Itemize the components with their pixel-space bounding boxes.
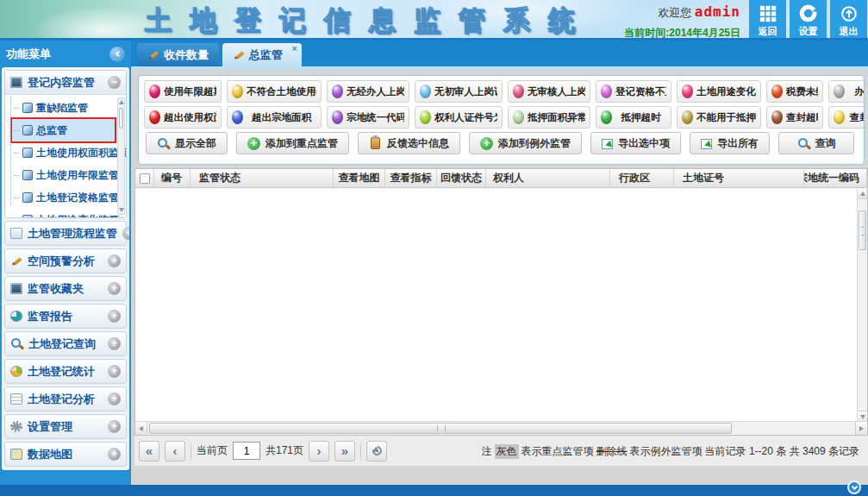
- sub-list-scrollbar[interactable]: [117, 97, 125, 215]
- horizontal-scrollbar[interactable]: [135, 421, 867, 435]
- horizontal-scroll-thumb[interactable]: [149, 423, 732, 434]
- return-button[interactable]: 返回: [749, 0, 786, 38]
- legend-item[interactable]: 无经办人上岗证号: [327, 80, 409, 103]
- exit-button[interactable]: 退出: [830, 0, 867, 38]
- doc-icon: [10, 228, 22, 239]
- expand-group-icon[interactable]: +: [108, 337, 121, 350]
- legend-item[interactable]: 抵押超时: [596, 106, 671, 129]
- legend-label: 无审核人上岗证号: [528, 85, 585, 98]
- welcome-prefix: 欢迎您: [658, 6, 691, 19]
- first-page-button[interactable]: «: [139, 441, 159, 461]
- tab-1[interactable]: 收件数量: [137, 43, 219, 66]
- legend-item[interactable]: 查封超时: [766, 106, 823, 129]
- select-all-column: [135, 169, 154, 187]
- export-selected-button[interactable]: 导出选中项: [590, 132, 681, 154]
- expand-group-icon[interactable]: +: [108, 392, 121, 405]
- settings-button[interactable]: 设置: [790, 0, 827, 38]
- sidebar-group-header[interactable]: 登记内容监管−: [5, 71, 126, 95]
- scroll-up-button[interactable]: [858, 188, 867, 199]
- sidebar-item-4[interactable]: 土地使用年限监管: [12, 164, 115, 186]
- expand-group-icon[interactable]: +: [108, 254, 121, 267]
- legend-item[interactable]: 超出宗地面积: [227, 106, 322, 129]
- legend-item[interactable]: 登记资格不正常: [596, 80, 671, 103]
- sidebar-item-2[interactable]: 总监管: [12, 119, 115, 141]
- sidebar-group-2[interactable]: 空间预警分析+: [4, 248, 127, 273]
- legend-item[interactable]: 查封已过期: [828, 106, 865, 129]
- sidebar-group-8[interactable]: 设置管理+: [4, 414, 127, 439]
- column-header: 回馈状态: [437, 169, 486, 187]
- sidebar-group-label: 数据地图: [28, 447, 72, 462]
- collapse-group-icon[interactable]: −: [108, 76, 121, 89]
- vertical-scroll-thumb[interactable]: [859, 210, 866, 250]
- column-label: 宗地统一编码: [804, 171, 859, 185]
- scroll-right-button[interactable]: [855, 422, 867, 435]
- last-page-button[interactable]: »: [334, 441, 355, 461]
- sidebar-item-label: 土地使用年限监管: [36, 168, 119, 183]
- expand-group-icon[interactable]: +: [108, 448, 121, 461]
- sidebar-group-6[interactable]: 土地登记统计+: [4, 359, 127, 384]
- legend-item[interactable]: 权利人证件号为空: [415, 106, 503, 129]
- exit-icon: [839, 3, 859, 25]
- legend-item[interactable]: 抵押面积异常: [508, 106, 590, 129]
- collapse-sidebar-button[interactable]: [109, 47, 125, 62]
- query-button[interactable]: 查询: [778, 132, 854, 154]
- select-all-checkbox[interactable]: [140, 173, 150, 184]
- sidebar-group-label: 监管收藏夹: [28, 281, 84, 297]
- legend-item[interactable]: 不能用于抵押: [677, 106, 761, 129]
- legend-item[interactable]: 不符合土地使用年限: [227, 80, 322, 103]
- legend-item[interactable]: 无初审人上岗证号: [415, 80, 503, 103]
- column-header: 权利人: [486, 169, 610, 187]
- grid-icon: [758, 3, 778, 25]
- next-page-button[interactable]: ›: [309, 441, 329, 461]
- sidebar-group-4[interactable]: 监管报告+: [4, 304, 127, 329]
- feedback-selected-button[interactable]: 反馈选中信息: [358, 132, 460, 154]
- close-tab-icon[interactable]: ×: [292, 43, 297, 53]
- divider: [190, 443, 191, 459]
- legend-item[interactable]: 宗地统一代码为空: [327, 106, 409, 129]
- status-dot-icon: [149, 110, 160, 124]
- current-page-input[interactable]: [233, 442, 260, 460]
- sidebar-group-9[interactable]: 数据地图+: [4, 442, 127, 467]
- show-all-button[interactable]: 显示全部: [146, 132, 228, 154]
- sidebar-item-6[interactable]: 土地用途变化监管: [12, 209, 115, 217]
- scroll-thumb[interactable]: [119, 108, 123, 129]
- scroll-up-button[interactable]: [118, 98, 124, 106]
- expand-group-icon[interactable]: +: [122, 227, 129, 240]
- export-all-button[interactable]: 导出所有: [690, 132, 770, 154]
- sidebar-group-3[interactable]: 监管收藏夹+: [4, 276, 127, 301]
- status-dot-icon: [332, 110, 343, 124]
- sidebar-item-3[interactable]: 土地使用权面积监管: [12, 141, 115, 164]
- sidebar-group-5[interactable]: 土地登记查询+: [4, 331, 127, 356]
- expand-group-icon[interactable]: +: [108, 282, 121, 295]
- column-label: 编号: [161, 171, 182, 185]
- legend-item[interactable]: 土地用途变化异常: [677, 80, 761, 103]
- data-table: 编号监管状态查看地图查看指标回馈状态权利人行政区土地证号宗地统一编码: [134, 168, 868, 436]
- legend-item[interactable]: 无审核人上岗证号: [508, 80, 590, 103]
- sidebar-group-1[interactable]: 土地管理流程监管+: [4, 221, 127, 246]
- monitor-icon: [10, 283, 22, 294]
- refresh-button[interactable]: [366, 441, 387, 461]
- expand-group-icon[interactable]: +: [108, 365, 121, 378]
- expand-group-icon[interactable]: +: [108, 310, 121, 323]
- sidebar-item-1[interactable]: 重缺陷监管: [12, 97, 115, 119]
- add-to-key-supervision-button[interactable]: 添加到重点监管: [236, 132, 349, 154]
- sidebar-group-7[interactable]: 土地登记分析+: [4, 386, 127, 411]
- button-label: 反馈选中信息: [387, 136, 449, 151]
- tab-2[interactable]: 总监管×: [222, 43, 302, 66]
- clipboard-icon: [371, 137, 380, 149]
- add-to-exception-button[interactable]: 添加到例外监管: [469, 132, 582, 154]
- scroll-left-button[interactable]: [135, 422, 147, 435]
- triangle-right-icon: [859, 426, 864, 431]
- legend-item[interactable]: 办理超时: [828, 80, 865, 103]
- sidebar-item-5[interactable]: 土地登记资格监管: [12, 186, 115, 209]
- prev-page-button[interactable]: ‹: [165, 441, 185, 461]
- legend-item[interactable]: 超出使用权面积: [144, 106, 222, 129]
- scroll-down-button[interactable]: [118, 206, 124, 214]
- expand-group-icon[interactable]: +: [108, 420, 121, 433]
- legend-label: 使用年限超期: [164, 85, 216, 98]
- legend-item[interactable]: 税费未缴纳: [766, 80, 823, 103]
- expand-down-button[interactable]: [847, 480, 861, 494]
- vertical-scrollbar[interactable]: [857, 188, 867, 422]
- legend-item[interactable]: 使用年限超期: [144, 80, 222, 103]
- gear-icon: [798, 3, 819, 25]
